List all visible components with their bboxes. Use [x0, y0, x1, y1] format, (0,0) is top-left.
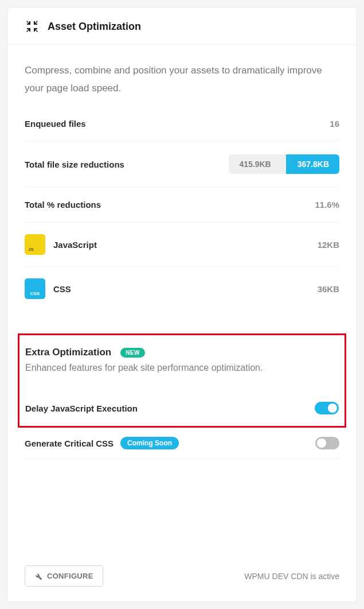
- delay-js-label: Delay JavaScript Execution: [25, 404, 138, 413]
- after-highlight-section: Generate Critical CSS Coming Soon: [25, 428, 339, 459]
- card-body: Compress, combine and position your asse…: [7, 45, 357, 552]
- critical-css-label: Generate Critical CSS: [25, 439, 113, 448]
- enqueued-files-value: 16: [330, 119, 339, 129]
- delay-js-toggle[interactable]: [315, 402, 339, 414]
- critical-css-row: Generate Critical CSS Coming Soon: [25, 428, 339, 459]
- css-size: 36KB: [318, 284, 339, 294]
- extra-optimization-header: Extra Optimization NEW: [25, 347, 339, 358]
- css-row: CSS CSS 36KB: [25, 267, 339, 311]
- file-size-row: Total file size reductions 415.9KB 367.8…: [25, 142, 339, 187]
- size-reduction-pill: 415.9KB 367.8KB: [229, 154, 339, 174]
- extra-optimization-description: Enhanced features for peak site performa…: [25, 363, 339, 373]
- cdn-status-text: WPMU DEV CDN is active: [244, 572, 339, 581]
- enqueued-files-label: Enqueued files: [25, 119, 86, 129]
- enqueued-files-row: Enqueued files 16: [25, 119, 339, 142]
- coming-soon-badge: Coming Soon: [120, 437, 179, 449]
- javascript-row: JS JavaScript 12KB: [25, 223, 339, 267]
- js-icon: JS: [25, 234, 45, 255]
- configure-button-label: CONFIGURE: [47, 572, 93, 580]
- js-size: 12KB: [318, 240, 339, 250]
- percent-reduction-row: Total % reductions 11.6%: [25, 187, 339, 223]
- percent-reduction-value: 11.6%: [315, 200, 339, 210]
- size-before: 415.9KB: [229, 154, 285, 174]
- js-label: JavaScript: [53, 240, 97, 250]
- delay-js-row: Delay JavaScript Execution: [25, 393, 339, 426]
- card-header: Asset Optimization: [7, 7, 357, 45]
- new-badge: NEW: [120, 348, 145, 358]
- file-size-label: Total file size reductions: [25, 160, 124, 169]
- css-icon: CSS: [25, 278, 45, 299]
- card-footer: CONFIGURE WPMU DEV CDN is active: [7, 552, 357, 602]
- compress-icon: [25, 19, 40, 34]
- configure-button[interactable]: CONFIGURE: [25, 565, 103, 587]
- wrench-icon: [34, 572, 42, 580]
- extra-optimization-highlight: Extra Optimization NEW Enhanced features…: [18, 333, 346, 428]
- extra-optimization-title: Extra Optimization: [25, 347, 111, 358]
- size-after: 367.8KB: [286, 154, 339, 174]
- card-description: Compress, combine and position your asse…: [25, 62, 339, 97]
- percent-reduction-label: Total % reductions: [25, 200, 101, 210]
- card-title: Asset Optimization: [48, 21, 141, 33]
- critical-css-toggle[interactable]: [315, 437, 339, 449]
- asset-optimization-card: Asset Optimization Compress, combine and…: [7, 7, 357, 602]
- css-label: CSS: [53, 284, 71, 294]
